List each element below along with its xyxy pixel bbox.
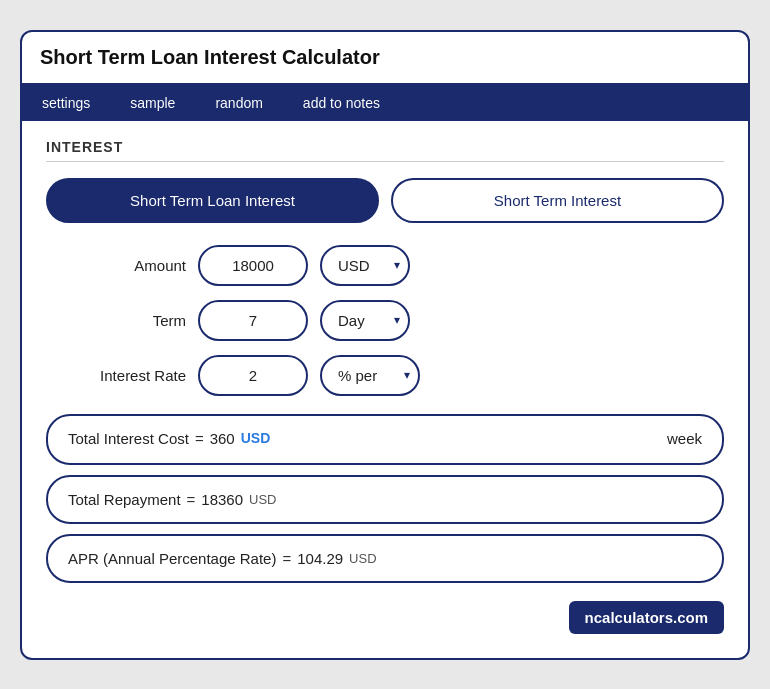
calculator-card: Short Term Loan Interest Calculator sett… — [20, 30, 750, 660]
currency-select-wrapper: USD EUR GBP — [320, 245, 410, 286]
term-unit-select[interactable]: Day Week Month Year — [320, 300, 410, 341]
interest-rate-unit-select[interactable]: % per — [320, 355, 420, 396]
currency-select[interactable]: USD EUR GBP — [320, 245, 410, 286]
section-label: INTEREST — [46, 139, 724, 162]
term-input[interactable] — [198, 300, 308, 341]
apr-equals: = — [282, 550, 291, 567]
apr-main: APR (Annual Percentage Rate) = 104.29 US… — [68, 550, 377, 567]
total-repayment-result: Total Repayment = 18360 USD — [46, 475, 724, 524]
total-interest-result: Total Interest Cost = 360 USD week — [46, 414, 724, 465]
week-label: week — [667, 430, 702, 447]
fields-area: Amount USD EUR GBP Term — [46, 245, 724, 396]
interest-rate-unit-select-wrapper: % per — [320, 355, 420, 396]
title-bar: Short Term Loan Interest Calculator — [22, 32, 748, 85]
term-row: Term Day Week Month Year — [46, 300, 724, 341]
total-repayment-equals: = — [187, 491, 196, 508]
apr-value: 104.29 — [297, 550, 343, 567]
total-repayment-label: Total Repayment — [68, 491, 181, 508]
total-interest-equals: = — [195, 430, 204, 447]
total-interest-value: 360 — [210, 430, 235, 447]
total-interest-main: Total Interest Cost = 360 USD — [68, 430, 270, 447]
interest-rate-input[interactable] — [198, 355, 308, 396]
term-label: Term — [46, 312, 186, 329]
total-interest-currency: USD — [241, 430, 271, 446]
amount-row: Amount USD EUR GBP — [46, 245, 724, 286]
total-repayment-currency: USD — [249, 492, 276, 507]
tabs-bar: settings sample random add to notes — [22, 85, 748, 121]
interest-rate-row: Interest Rate % per — [46, 355, 724, 396]
branding: ncalculators.com — [569, 601, 724, 634]
branding-wrapper: ncalculators.com — [46, 593, 724, 634]
page-title: Short Term Loan Interest Calculator — [40, 46, 730, 69]
total-repayment-value: 18360 — [201, 491, 243, 508]
tab-add-to-notes[interactable]: add to notes — [283, 85, 400, 121]
mode-btn-short-term-interest[interactable]: Short Term Interest — [391, 178, 724, 223]
tab-settings[interactable]: settings — [22, 85, 110, 121]
tab-random[interactable]: random — [195, 85, 282, 121]
apr-result: APR (Annual Percentage Rate) = 104.29 US… — [46, 534, 724, 583]
total-interest-label: Total Interest Cost — [68, 430, 189, 447]
amount-label: Amount — [46, 257, 186, 274]
tab-sample[interactable]: sample — [110, 85, 195, 121]
amount-input[interactable] — [198, 245, 308, 286]
interest-rate-label: Interest Rate — [46, 367, 186, 384]
mode-buttons: Short Term Loan Interest Short Term Inte… — [46, 178, 724, 223]
term-unit-select-wrapper: Day Week Month Year — [320, 300, 410, 341]
total-repayment-main: Total Repayment = 18360 USD — [68, 491, 277, 508]
mode-btn-short-term-loan-interest[interactable]: Short Term Loan Interest — [46, 178, 379, 223]
apr-label: APR (Annual Percentage Rate) — [68, 550, 276, 567]
content-area: INTEREST Short Term Loan Interest Short … — [22, 121, 748, 658]
apr-currency: USD — [349, 551, 376, 566]
